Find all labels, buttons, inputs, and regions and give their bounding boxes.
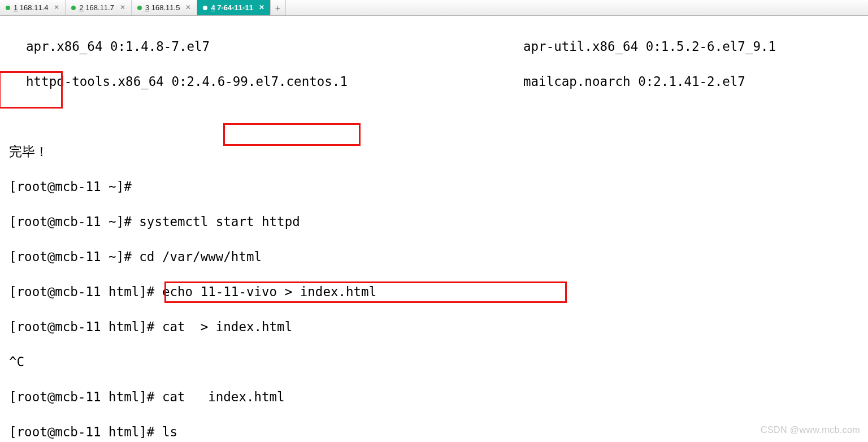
prompt-line: [root@mcb-11 html]# echo 11-11-vivo > in…	[9, 284, 376, 299]
tab-number: 1	[14, 3, 18, 12]
status-dot-icon	[71, 6, 76, 10]
tab-number: 4	[211, 3, 215, 12]
close-icon[interactable]: ✕	[185, 0, 191, 16]
done-text: 完毕！	[9, 144, 48, 159]
prompt-line: [root@mcb-11 html]# cat > index.html	[9, 319, 292, 334]
watermark: CSDN @www.mcb.com	[761, 421, 860, 439]
pkg-line: httpd-tools.x86_64 0:2.4.6-99.el7.centos…	[26, 74, 348, 89]
tab-label: 7-64-11-11	[217, 3, 253, 12]
terminal-output[interactable]: apr.x86_64 0:1.4.8-7.el7apr-util.x86_64 …	[0, 16, 868, 442]
pkg-line: apr-util.x86_64 0:1.5.2-6.el7_9.1	[523, 38, 776, 55]
output-line: ^C	[9, 354, 24, 369]
status-dot-icon	[6, 6, 10, 10]
tab-label: 168.11.7	[85, 3, 114, 12]
tab-3[interactable]: 3 168.11.5✕	[132, 0, 197, 15]
status-dot-icon	[203, 6, 207, 10]
tab-number: 2	[79, 3, 83, 12]
tab-label: 168.11.5	[151, 3, 180, 12]
tab-label: 168.11.4	[20, 3, 49, 12]
tab-4-active[interactable]: 4 7-64-11-11✕	[197, 0, 270, 15]
cmd-start-httpd: start httpd	[208, 214, 300, 229]
pkg-line: apr.x86_64 0:1.4.8-7.el7	[26, 39, 210, 54]
highlight-box-start-httpd	[223, 123, 361, 146]
status-dot-icon	[137, 6, 142, 10]
close-icon[interactable]: ✕	[259, 0, 264, 16]
close-icon[interactable]: ✕	[54, 0, 59, 16]
prompt-line: [root@mcb-11 ~]# cd /var/www/html	[9, 249, 262, 264]
new-tab-button[interactable]: ＋	[271, 0, 286, 15]
tab-bar: 1 168.11.4✕ 2 168.11.7✕ 3 168.11.5✕ 4 7-…	[0, 0, 868, 16]
tab-number: 3	[145, 3, 149, 12]
pkg-line: mailcap.noarch 0:2.1.41-2.el7	[523, 73, 745, 90]
prompt-line: [root@mcb-11 ~]# systemctl	[9, 214, 208, 229]
prompt-line: [root@mcb-11 ~]#	[9, 179, 139, 194]
prompt-line: [root@mcb-11 html]# ls	[9, 424, 177, 439]
tab-2[interactable]: 2 168.11.7✕	[66, 0, 131, 15]
prompt-line: [root@mcb-11 html]# cat index.html	[9, 389, 285, 404]
tab-1[interactable]: 1 168.11.4✕	[0, 0, 66, 15]
close-icon[interactable]: ✕	[120, 0, 125, 16]
